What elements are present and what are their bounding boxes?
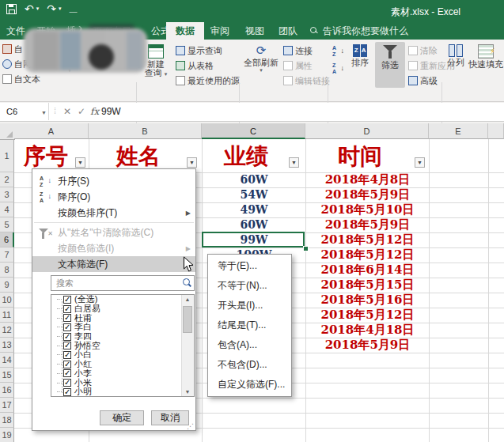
scrollbar-thumb[interactable] xyxy=(183,306,192,333)
checkbox-checked-icon[interactable] xyxy=(63,388,71,396)
cell-C6[interactable]: 99W xyxy=(203,232,305,247)
tell-me-box[interactable]: 告诉我你想要做什么 xyxy=(323,22,408,40)
formula-bar-value[interactable]: 99W xyxy=(101,106,121,117)
cell-D4[interactable]: 2018年5月10日 xyxy=(306,202,429,217)
cell-D6[interactable]: 2018年5月12日 xyxy=(306,232,429,247)
row-header-14[interactable]: 14 xyxy=(0,353,14,368)
text-filter-option-1[interactable]: 不等于(N)... xyxy=(208,276,291,296)
from-access-button[interactable]: 自 xyxy=(2,43,23,55)
from-text-button[interactable]: 自文本 xyxy=(2,73,40,85)
scroll-up-icon[interactable]: ▲ xyxy=(182,297,193,302)
cell-D2[interactable]: 2018年4月8日 xyxy=(306,172,429,187)
filter-dropdown-button-C[interactable]: ▼ xyxy=(289,157,299,168)
filter-menu-item-0[interactable]: AZ↓升序(S) xyxy=(32,173,195,189)
cell-D13[interactable]: 2018年5月9日 xyxy=(306,338,429,353)
tab-view[interactable]: 视图 xyxy=(245,22,264,40)
text-filter-option-3[interactable]: 结尾是(T)... xyxy=(208,315,291,335)
scroll-down-icon[interactable]: ▼ xyxy=(182,389,193,395)
sort-ascending-icon[interactable]: AZ↓ xyxy=(332,45,344,57)
cancel-entry-icon[interactable]: ✕ xyxy=(63,106,71,117)
cancel-button[interactable]: 取消 xyxy=(151,410,189,425)
cell-D12[interactable]: 2018年4月18日 xyxy=(306,323,429,338)
filter-value-item-9[interactable]: 小米 xyxy=(51,378,194,387)
cell-C4[interactable]: 49W xyxy=(203,202,305,217)
header-cell-C1[interactable]: 业绩 xyxy=(202,141,290,172)
row-header-9[interactable]: 9 xyxy=(0,278,14,293)
cell-D3[interactable]: 2018年5月9日 xyxy=(306,187,429,202)
filter-value-item-2[interactable]: 杜甫 xyxy=(51,313,194,323)
checkbox-checked-icon[interactable] xyxy=(63,305,71,313)
connections-button[interactable]: 连接 xyxy=(283,44,313,57)
column-header-E[interactable]: E xyxy=(429,123,488,139)
column-header-D[interactable]: D xyxy=(305,123,429,139)
row-header-13[interactable]: 13 xyxy=(0,338,14,353)
row-header-2[interactable]: 2 xyxy=(0,172,14,187)
row-header-18[interactable]: 18 xyxy=(0,413,14,428)
cell-D7[interactable]: 2018年5月12日 xyxy=(306,247,429,263)
name-box-dropdown-icon[interactable]: ▼ xyxy=(41,110,47,115)
cell-D10[interactable]: 2018年5月16日 xyxy=(306,293,429,308)
column-header-B[interactable]: B xyxy=(89,123,202,139)
recent-sources-button[interactable]: 最近使用的源 xyxy=(176,74,240,87)
cell-D9[interactable]: 2018年5月15日 xyxy=(306,278,429,293)
cell-D8[interactable]: 2018年6月14日 xyxy=(306,263,429,278)
header-cell-D1[interactable]: 时间 xyxy=(305,141,415,172)
tab-team[interactable]: 团队 xyxy=(279,22,297,40)
row-header-3[interactable]: 3 xyxy=(0,187,14,202)
checkbox-checked-icon[interactable] xyxy=(63,323,71,331)
tab-review[interactable]: 审阅 xyxy=(210,22,229,40)
refresh-all-button[interactable]: ⟳ 全部刷新▾ xyxy=(242,44,280,74)
filter-value-item-3[interactable]: 李白 xyxy=(51,323,194,332)
filter-value-item-8[interactable]: 小李 xyxy=(51,369,194,379)
cell-C3[interactable]: 54W xyxy=(203,187,305,202)
filter-value-item-6[interactable]: 小白 xyxy=(51,350,194,360)
text-filter-option-0[interactable]: 等于(E)... xyxy=(208,256,291,276)
filter-value-item-7[interactable]: 小红 xyxy=(51,360,194,369)
checkbox-checked-icon[interactable] xyxy=(63,296,71,304)
text-filter-option-2[interactable]: 开头是(I)... xyxy=(208,296,291,315)
filter-value-item-1[interactable]: 白居易 xyxy=(51,304,194,314)
row-header-16[interactable]: 16 xyxy=(0,383,14,398)
header-cell-A1[interactable]: 序号 xyxy=(14,141,78,172)
filter-menu-item-6[interactable]: 文本筛选(F)▶ xyxy=(32,256,195,272)
checkbox-checked-icon[interactable] xyxy=(63,361,71,368)
list-scrollbar[interactable]: ▲ ▼ xyxy=(181,295,194,396)
from-table-button[interactable]: 从表格 xyxy=(176,59,214,72)
save-icon[interactable] xyxy=(6,4,17,14)
advanced-button[interactable]: 高级 xyxy=(408,74,438,87)
row-header-12[interactable]: 12 xyxy=(0,323,14,338)
customize-qat-icon[interactable]: ⸏ xyxy=(70,4,78,13)
checkbox-checked-icon[interactable] xyxy=(63,314,71,322)
sort-descending-icon[interactable]: ZA↓ xyxy=(332,62,344,74)
filter-menu-item-1[interactable]: ZA↓降序(O) xyxy=(32,189,195,205)
text-filter-option-6[interactable]: 自定义筛选(F)... xyxy=(208,375,291,395)
checkbox-checked-icon[interactable] xyxy=(63,333,71,341)
row-header-19[interactable]: 19 xyxy=(0,428,14,442)
row-header-15[interactable]: 15 xyxy=(0,368,14,383)
select-all-corner[interactable] xyxy=(0,123,15,140)
undo-icon[interactable]: ↶ xyxy=(25,3,34,14)
resize-grip[interactable]: ⋰ xyxy=(187,422,194,430)
cell-D11[interactable]: 2018年5月12日 xyxy=(306,308,429,323)
column-header-F-partial[interactable] xyxy=(488,123,504,139)
filter-dropdown-button-B[interactable]: ▼ xyxy=(187,157,197,168)
text-filter-option-5[interactable]: 不包含(D)... xyxy=(208,355,291,375)
filter-menu-item-2[interactable]: 按颜色排序(T)▶ xyxy=(32,205,195,221)
cell-C2[interactable]: 60W xyxy=(203,172,305,187)
insert-function-icon[interactable]: fx xyxy=(90,106,99,117)
filter-value-item-4[interactable]: 李四 xyxy=(51,332,194,342)
filter-dropdown-button-D[interactable]: ▼ xyxy=(415,157,425,168)
row-header-10[interactable]: 10 xyxy=(0,293,14,308)
row-header-7[interactable]: 7 xyxy=(0,247,14,263)
text-filter-option-4[interactable]: 包含(A)... xyxy=(208,335,291,355)
sort-button[interactable]: ZA 排序 xyxy=(347,44,373,67)
redo-icon[interactable]: ↷ xyxy=(47,3,56,14)
filter-dropdown-button-A[interactable]: ▼ xyxy=(75,157,85,168)
cell-C5[interactable]: 60W xyxy=(203,217,305,232)
row-header-5[interactable]: 5 xyxy=(0,217,14,232)
flash-fill-button[interactable]: 快速填充 xyxy=(468,44,503,69)
row-header-11[interactable]: 11 xyxy=(0,308,14,323)
row-header-8[interactable]: 8 xyxy=(0,263,14,278)
filter-search-input[interactable] xyxy=(51,275,195,291)
header-cell-B1[interactable]: 姓名 xyxy=(89,141,188,172)
